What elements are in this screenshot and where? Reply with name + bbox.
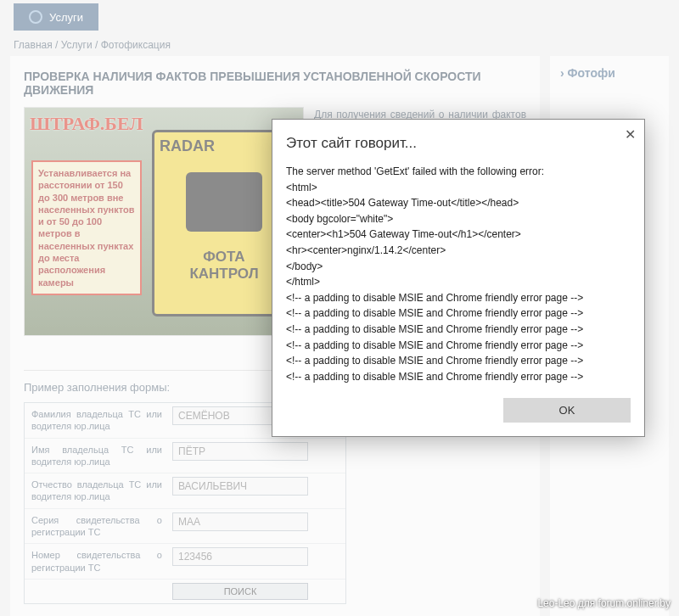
form-row: Имя владельца ТС или водителя юр.лица <box>25 439 345 474</box>
tab-services[interactable]: Услуги <box>14 3 98 31</box>
tab-label: Услуги <box>49 11 83 24</box>
sign-text-2: КАНТРОЛ <box>160 266 289 283</box>
watermark: Leo-Leo для forum.onliner.by <box>537 597 671 609</box>
hero-note: Устанавливается на расстоянии от 150 до … <box>31 160 142 295</box>
form-input-1[interactable] <box>172 442 308 461</box>
page-title: ПРОВЕРКА НАЛИЧИЯ ФАКТОВ ПРЕВЫШЕНИЯ УСТАН… <box>24 70 526 97</box>
side-link-photofix[interactable]: Фотофи <box>560 66 659 80</box>
alert-dialog: ✕ Этот сайт говорит... The server method… <box>272 119 645 437</box>
hero-image: ШТРАФ.БЕЛ Устанавливается на расстоянии … <box>24 107 304 336</box>
check-circle-icon <box>29 10 42 24</box>
form-row: Номер свидетельства о регистрации ТС <box>25 544 345 580</box>
camera-icon <box>186 172 262 232</box>
form-input-4[interactable] <box>172 547 308 566</box>
breadcrumb-services[interactable]: Услуги <box>61 39 93 51</box>
form-input-2[interactable] <box>172 477 308 496</box>
breadcrumb: Главная / Услуги / Фотофиксация <box>0 31 679 56</box>
form-label: Серия свидетельства о регистрации ТС <box>25 509 169 544</box>
tab-bar: Услуги <box>0 0 679 31</box>
close-button[interactable]: ✕ <box>625 126 636 143</box>
form-label: Отчество владельца ТС или водителя юр.ли… <box>25 473 169 508</box>
dialog-body: The server method 'GetExt' failed with t… <box>286 164 631 384</box>
form-row: Серия свидетельства о регистрации ТС <box>25 509 345 545</box>
ok-button[interactable]: OK <box>503 398 631 423</box>
form-label: Имя владельца ТС или водителя юр.лица <box>25 439 169 473</box>
sign-text-1: ФОТА <box>160 249 289 266</box>
close-icon: ✕ <box>625 127 636 142</box>
breadcrumb-current: Фотофиксация <box>101 39 171 51</box>
form-label: Фамилия владельца ТС или водителя юр.лиц… <box>25 403 169 438</box>
form-row: Отчество владельца ТС или водителя юр.ли… <box>25 473 345 509</box>
form-label: Номер свидетельства о регистрации ТС <box>25 544 169 579</box>
hero-brand: ШТРАФ.БЕЛ <box>30 113 143 135</box>
dialog-title: Этот сайт говорит... <box>286 135 631 152</box>
form-input-3[interactable] <box>172 512 308 531</box>
search-button[interactable]: ПОИСК <box>172 583 308 600</box>
breadcrumb-home[interactable]: Главная <box>14 39 53 51</box>
sign-radar-label: RADAR <box>160 137 289 155</box>
